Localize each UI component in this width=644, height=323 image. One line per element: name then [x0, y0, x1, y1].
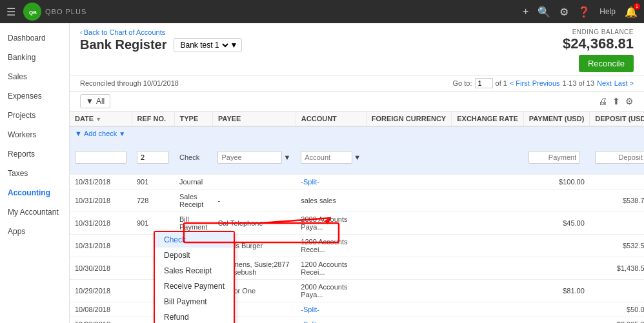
- payee-input[interactable]: [217, 151, 282, 164]
- nav-icons: + 🔍 ⚙ ❓ Help 🔔 1: [523, 6, 638, 18]
- cell-account: 1200 Accounts Recei...: [296, 235, 366, 257]
- cell-fc: [366, 190, 452, 212]
- app-layout: Dashboard Banking Sales Expenses Project…: [0, 23, 644, 323]
- sidebar-item-taxes[interactable]: Taxes: [0, 164, 69, 183]
- add-check-button[interactable]: ▼ Add check ▼: [70, 127, 644, 140]
- cell-fc: [366, 280, 452, 302]
- cell-date: 10/08/2018: [70, 317, 132, 324]
- dropdown-item-receive-payment[interactable]: Receive Payment: [155, 279, 234, 294]
- cell-date: 10/31/2018: [70, 212, 132, 235]
- dropdown-item-bill-payment[interactable]: Bill Payment: [155, 294, 234, 309]
- sidebar-item-projects[interactable]: Projects: [0, 106, 69, 125]
- account-dropdown[interactable]: Bank test 1 ▼: [174, 38, 243, 52]
- last-link[interactable]: Last >: [614, 79, 634, 87]
- notification-badge: 1: [634, 3, 640, 10]
- dropdown-item-sales-receipt[interactable]: Sales Receipt: [155, 263, 234, 279]
- cell-payee: -: [212, 190, 296, 212]
- export-icon[interactable]: ⬆: [612, 96, 620, 106]
- dropdown-item-check[interactable]: Check: [155, 232, 234, 248]
- sidebar-item-apps[interactable]: Apps: [0, 222, 69, 241]
- page-range: 1-13 of 13: [563, 79, 595, 87]
- hamburger-icon[interactable]: ☰: [6, 6, 15, 18]
- sidebar-item-banking[interactable]: Banking: [0, 48, 69, 67]
- cell-account: 2000 Accounts Paya...: [296, 280, 366, 302]
- account-select[interactable]: Bank test 1: [178, 40, 230, 50]
- sidebar-item-dashboard[interactable]: Dashboard: [0, 28, 69, 48]
- cell-deposit: $1,438.56: [590, 257, 644, 280]
- print-icon[interactable]: 🖨: [598, 96, 607, 106]
- split-link[interactable]: -Split-: [301, 178, 319, 186]
- cell-date: 10/30/2018: [70, 257, 132, 280]
- cell-er: [452, 257, 524, 280]
- page-header: ‹ Back to Chart of Accounts Bank Registe…: [70, 23, 644, 75]
- cell-fc: [366, 235, 452, 257]
- search-icon[interactable]: 🔍: [538, 6, 550, 18]
- cell-account: 2000 Accounts Paya...: [296, 212, 366, 235]
- cell-deposit: $532.50: [590, 235, 644, 257]
- cell-type: Journal: [174, 175, 212, 190]
- cell-er: [452, 212, 524, 235]
- gear-icon[interactable]: ⚙: [559, 6, 569, 18]
- cell-deposit: $538.75: [590, 190, 644, 212]
- input-row: Check ▼ ▼: [70, 141, 644, 175]
- previous-link[interactable]: Previous: [532, 79, 560, 87]
- sidebar-item-reports[interactable]: Reports: [0, 144, 69, 164]
- account-input[interactable]: [301, 151, 352, 164]
- split-link[interactable]: -Split-: [301, 320, 319, 323]
- cell-deposit: $2,035.00: [590, 317, 644, 324]
- cell-account: sales sales: [296, 190, 366, 212]
- dropdown-item-refund[interactable]: Refund: [155, 309, 234, 323]
- goto-row: Go to: of 1 < First Previous 1-13 of 13 …: [453, 78, 634, 88]
- table-container: Check Deposit Sales Receipt Receive Paym…: [70, 112, 644, 323]
- deposit-input[interactable]: [595, 151, 644, 164]
- filter-button[interactable]: ▼ All: [80, 94, 110, 108]
- help-question-icon[interactable]: ❓: [578, 6, 590, 18]
- product-name: QBO PLUS: [45, 8, 86, 15]
- table-header-row: DATE ▼ REF NO. TYPE PAYEE ACCOUNT FOREIG…: [70, 112, 644, 126]
- split-link[interactable]: -Split-: [301, 306, 319, 313]
- date-input[interactable]: [75, 151, 126, 164]
- cell-type: Sales Receipt: [174, 190, 212, 212]
- sidebar-item-sales[interactable]: Sales: [0, 67, 69, 86]
- cell-payment: $45.00: [523, 212, 590, 235]
- ref-input[interactable]: [137, 151, 169, 164]
- reconciled-through: Reconciled through 10/01/2018: [80, 79, 179, 87]
- account-dropdown-icon[interactable]: ▼: [354, 153, 361, 161]
- back-link[interactable]: ‹ Back to Chart of Accounts: [80, 28, 242, 36]
- cell-account: -Split-: [296, 175, 366, 190]
- type-dropdown-menu[interactable]: Check Deposit Sales Receipt Receive Paym…: [154, 231, 235, 323]
- col-ref-no: REF NO.: [132, 112, 174, 126]
- filter-icon: ▼: [86, 97, 94, 106]
- cell-fc: [366, 212, 452, 235]
- sort-icon: ▼: [96, 116, 101, 122]
- sidebar-item-my-accountant[interactable]: My Accountant: [0, 202, 69, 222]
- col-foreign-currency: FOREIGN CURRENCY: [366, 112, 452, 126]
- main-content: ‹ Back to Chart of Accounts Bank Registe…: [70, 23, 644, 323]
- settings-icon[interactable]: ⚙: [625, 96, 634, 106]
- plus-icon[interactable]: +: [523, 6, 528, 17]
- first-link[interactable]: < First: [510, 79, 530, 87]
- cell-ref: 901: [132, 175, 174, 190]
- sidebar-item-expenses[interactable]: Expenses: [0, 86, 69, 106]
- cell-deposit: [590, 212, 644, 235]
- table-row[interactable]: 10/31/2018 901 Journal -Split- $100.00 $…: [70, 175, 644, 190]
- cell-er: [452, 317, 524, 324]
- col-payee: PAYEE: [212, 112, 296, 126]
- dropdown-item-deposit[interactable]: Deposit: [155, 248, 234, 263]
- next-link[interactable]: Next: [597, 79, 612, 87]
- table-row[interactable]: 10/31/2018 728 Sales Receipt - sales sal…: [70, 190, 644, 212]
- reconcile-button[interactable]: Reconcile: [579, 55, 634, 72]
- sidebar-item-accounting[interactable]: Accounting: [0, 183, 69, 202]
- payment-input[interactable]: [528, 151, 580, 164]
- page-title: Bank Register: [80, 37, 167, 52]
- sidebar-item-workers[interactable]: Workers: [0, 125, 69, 144]
- cell-date: 10/31/2018: [70, 190, 132, 212]
- goto-of: of 1: [496, 79, 507, 87]
- add-check-arrow: ▼: [119, 130, 125, 137]
- payee-dropdown-icon[interactable]: ▼: [283, 153, 290, 161]
- chevron-left-icon: ‹: [80, 28, 83, 36]
- svg-text:QB: QB: [29, 10, 37, 15]
- help-text[interactable]: Help: [599, 7, 616, 16]
- goto-input[interactable]: [475, 78, 493, 88]
- notifications-icon[interactable]: 🔔 1: [625, 6, 638, 18]
